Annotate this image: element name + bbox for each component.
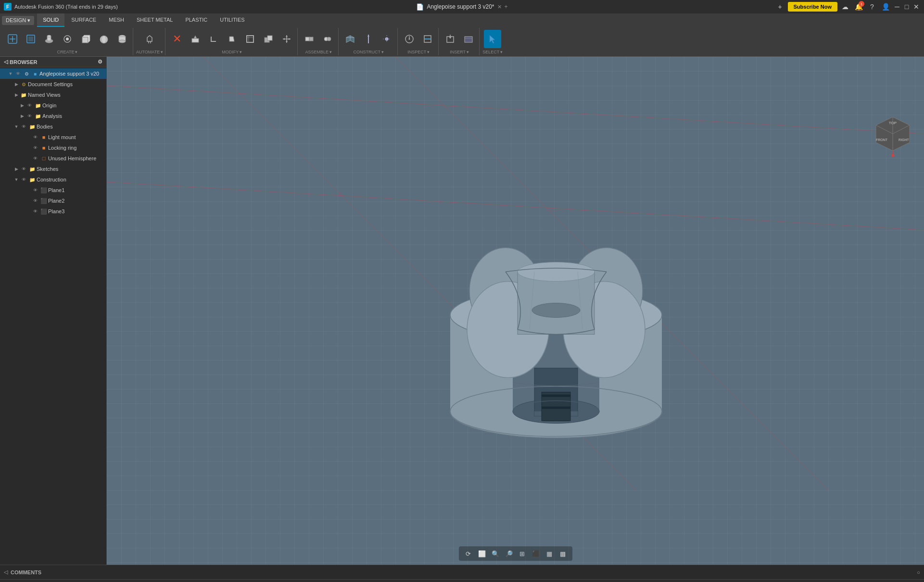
tree-item-construction[interactable]: ▼ 👁 📁 Construction [0, 174, 106, 185]
eye-icon-uh[interactable]: 👁 [32, 155, 38, 162]
design-dropdown[interactable]: DESIGN ▾ [2, 16, 34, 25]
eye-icon-lr[interactable]: 👁 [32, 144, 38, 151]
tree-item-plane3[interactable]: 👁 ⬛ Plane3 [0, 206, 106, 217]
fit-btn[interactable]: ⬜ [476, 548, 488, 559]
box-btn[interactable] [77, 30, 94, 48]
tree-item-root[interactable]: ▼ 👁 ⚙ ■ Anglepoise support 3 v20 [0, 68, 106, 79]
eye-icon-origin[interactable]: 👁 [26, 102, 33, 109]
browser-settings-icon[interactable]: ⚙ [98, 59, 102, 65]
svg-point-7 [47, 35, 51, 37]
tree-arrow-doc: ▶ [13, 81, 19, 87]
subscribe-button[interactable]: Subscribe Now [788, 2, 837, 12]
eye-icon-sk[interactable]: 👁 [20, 166, 27, 172]
press-pull-btn[interactable] [187, 30, 204, 48]
grid-settings-btn[interactable]: ▩ [557, 548, 569, 559]
delete-btn[interactable]: ✕ [168, 30, 186, 48]
revolve-btn[interactable] [59, 30, 76, 48]
notification-icon[interactable]: 🔔 1 [853, 1, 864, 13]
create-new-component-btn[interactable] [4, 30, 21, 48]
tree-item-doc-settings[interactable]: ▶ ⚙ Document Settings [0, 79, 106, 90]
svg-rect-71 [542, 394, 570, 397]
eye-icon-p2[interactable]: 👁 [32, 197, 38, 204]
section-analysis-btn[interactable] [419, 30, 436, 48]
insert-derive-btn[interactable] [442, 30, 459, 48]
tree-arrow-lr [25, 145, 31, 151]
shell-btn[interactable] [241, 30, 259, 48]
user-icon[interactable]: 👤 [880, 1, 891, 13]
display-settings-btn[interactable]: ⬛ [530, 548, 542, 559]
minimize-button[interactable]: ─ [893, 3, 901, 11]
close-button[interactable]: ✕ [912, 3, 920, 11]
settings-icon-root[interactable]: ⚙ [23, 70, 30, 77]
tree-item-plane2[interactable]: 👁 ⬛ Plane2 [0, 195, 106, 206]
joint-btn[interactable] [301, 30, 318, 48]
3d-model[interactable] [431, 175, 681, 446]
eye-icon-bodies[interactable]: 👁 [20, 123, 27, 130]
svg-text:FRONT: FRONT [876, 138, 888, 142]
eye-icon-p1[interactable]: 👁 [32, 187, 38, 194]
svg-text:TOP: TOP [889, 121, 897, 125]
cloud-icon[interactable]: ☁ [839, 1, 851, 13]
zoom-window-btn[interactable]: ⊞ [517, 548, 528, 559]
tree-item-analysis[interactable]: ▶ 👁 📁 Analysis [0, 111, 106, 121]
add-button[interactable]: + [774, 1, 786, 13]
zoom-in-btn[interactable]: 🔍 [490, 548, 501, 559]
tree-arrow-bodies: ▼ [13, 124, 19, 129]
eye-icon-root[interactable]: 👁 [14, 70, 21, 77]
tree-arrow-analysis: ▶ [19, 113, 25, 119]
browser-collapse-icon[interactable]: ◁ [4, 59, 8, 65]
tree-item-bodies[interactable]: ▼ 👁 📁 Bodies [0, 121, 106, 132]
comments-panel: ◁ COMMENTS ○ [0, 565, 924, 579]
eye-icon-con[interactable]: 👁 [20, 176, 27, 183]
tree-item-locking-ring[interactable]: 👁 ■ Locking ring [0, 142, 106, 153]
construct-axis-btn[interactable] [360, 30, 377, 48]
tree-item-origin[interactable]: ▶ 👁 📁 Origin [0, 100, 106, 111]
sphere-btn[interactable] [95, 30, 113, 48]
construct-plane-btn[interactable] [342, 30, 359, 48]
plane-icon-p1: ⬛ [40, 187, 47, 194]
automate-btn[interactable] [141, 30, 158, 48]
tab-solid[interactable]: SOLID [37, 13, 64, 27]
toolbar: CREATE ▾ AUTOMATE ▾ ✕ [0, 27, 924, 57]
maximize-button[interactable]: □ [903, 3, 911, 11]
extrude-btn[interactable] [40, 30, 58, 48]
visual-style-btn[interactable]: ▦ [544, 548, 555, 559]
tab-utilities[interactable]: UTILITIES [214, 13, 250, 27]
eye-icon-analysis[interactable]: 👁 [26, 113, 33, 119]
body-icon-uh: □ [40, 155, 47, 162]
measure-btn[interactable] [401, 30, 418, 48]
tab-surface[interactable]: SURFACE [65, 13, 102, 27]
construct-point-btn[interactable] [378, 30, 395, 48]
toolbar-group-assemble: ASSEMBLE ▾ [299, 28, 339, 55]
select-btn[interactable] [484, 30, 501, 48]
combine-btn[interactable] [260, 30, 277, 48]
help-icon[interactable]: ? [866, 1, 878, 13]
tree-arrow-root: ▼ [8, 71, 13, 77]
insert-canvas-btn[interactable] [460, 30, 477, 48]
orbit-btn[interactable]: ⟳ [463, 548, 474, 559]
tree-item-named-views[interactable]: ▶ 📁 Named Views [0, 90, 106, 100]
new-tab-icon[interactable]: + [505, 3, 508, 10]
viewport[interactable]: TOP FRONT RIGHT ⟳ ⬜ 🔍 🔎 ⊞ ⬛ ▦ ▩ [107, 57, 924, 565]
eye-icon-lm[interactable]: 👁 [32, 134, 38, 141]
folder-icon-sk: 📁 [29, 166, 36, 172]
eye-icon-p3[interactable]: 👁 [32, 208, 38, 215]
rigid-group-btn[interactable] [319, 30, 336, 48]
tree-item-sketches[interactable]: ▶ 👁 📁 Sketches [0, 164, 106, 174]
tree-item-plane1[interactable]: 👁 ⬛ Plane1 [0, 185, 106, 195]
chamfer-btn[interactable] [223, 30, 240, 48]
nav-cube[interactable]: TOP FRONT RIGHT [871, 115, 910, 153]
move-btn[interactable] [278, 30, 295, 48]
tab-sheet-metal[interactable]: SHEET METAL [131, 13, 178, 27]
fillet-btn[interactable] [205, 30, 222, 48]
tab-mesh[interactable]: MESH [103, 13, 130, 27]
create-sketch-btn[interactable] [22, 30, 39, 48]
cylinder-btn[interactable] [114, 30, 131, 48]
tree-item-light-mount[interactable]: 👁 ■ Light mount [0, 132, 106, 142]
zoom-out-btn[interactable]: 🔎 [503, 548, 515, 559]
tree-item-unused-hemi[interactable]: 👁 □ Unused Hemisphere [0, 153, 106, 164]
tab-plastic[interactable]: PLASTIC [179, 13, 213, 27]
comments-expand-icon[interactable]: ○ [917, 569, 920, 575]
tree-label-con: Construction [37, 177, 66, 182]
comments-collapse-icon[interactable]: ◁ [4, 569, 8, 575]
